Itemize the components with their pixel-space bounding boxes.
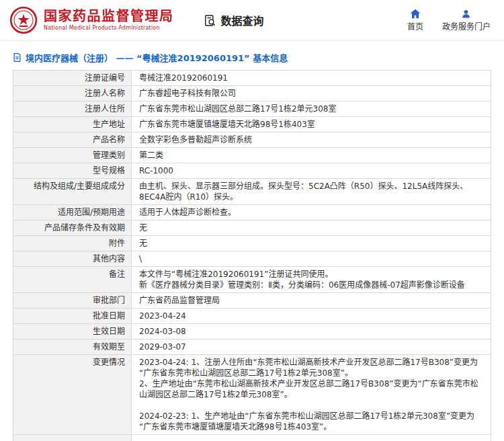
- field-label: 生效日期: [13, 324, 132, 339]
- field-value: 广东省药品监督管理局: [132, 293, 491, 308]
- row-expiry-date: 有效期至 2029-03-07: [13, 339, 491, 355]
- org-names: 国家药品监督管理局 National Medical Products Admi…: [44, 9, 174, 31]
- row-production-address: 生产地址 广东省东莞市塘厦镇塘厦墙天北路98号1栋403室: [13, 117, 491, 132]
- field-value: 适用于人体超声诊断检查。: [132, 205, 491, 220]
- field-value: 2029-03-07: [132, 339, 491, 354]
- row-cert-number: 注册证编号 粤械注准20192060191: [13, 71, 491, 86]
- row-storage-conditions: 产品储存条件及有效期 无: [13, 220, 491, 236]
- top-nav: 首页 政务服务门户: [407, 9, 491, 32]
- field-value: \: [132, 251, 491, 266]
- field-label: 产品储存条件及有效期: [13, 220, 132, 235]
- field-label: 有效期至: [13, 339, 132, 354]
- field-label: 审批部门: [13, 293, 132, 308]
- row-change-history: 变更情况 2023-04-24: 1、注册人住所由“东莞市松山湖高新技术产业开发…: [13, 355, 491, 435]
- field-value: 广东省东莞市塘厦镇塘厦墙天北路98号1栋403室: [132, 117, 491, 132]
- nav-portal[interactable]: 政务服务门户: [442, 9, 491, 32]
- row-approval-date: 批准日期 2023-04-24: [13, 309, 491, 324]
- field-value: 详情: [132, 435, 491, 441]
- row-intended-use: 适用范围/预期用途 适用于人体超声诊断检查。: [13, 205, 491, 220]
- field-value: 广东省东莞市松山湖园区总部二路17号1栋2单元308室: [132, 102, 491, 116]
- field-value: 由主机、探头、显示器三部分组成。探头型号：5C2A凸阵（R50）探头、12L5A…: [132, 179, 491, 204]
- national-emblem-icon: [9, 6, 38, 34]
- row-remark: 备注 本文件与“粤械注准20192060191”注册证共同使用。 新《医疗器械分…: [13, 267, 491, 293]
- document-icon: [13, 52, 22, 63]
- field-label: 注册人名称: [13, 86, 132, 101]
- nav-portal-label: 政务服务门户: [442, 20, 491, 32]
- nav-home-label: 首页: [407, 20, 423, 32]
- field-label: 变更情况: [13, 355, 132, 434]
- data-query-label: 数据查询: [221, 12, 264, 28]
- home-icon: [410, 9, 421, 19]
- nav-home[interactable]: 首页: [407, 9, 423, 32]
- org-name-cn: 国家药品监督管理局: [44, 9, 174, 25]
- org-name-en: National Medical Products Administration: [44, 25, 174, 31]
- page-title-text: 境内医疗器械（注册） —— “粤械注准20192060191” 基本信息: [26, 51, 288, 64]
- field-label: 注册证编号: [13, 71, 132, 85]
- field-value: 全数字彩色多普勒超声诊断系统: [132, 132, 491, 147]
- field-value: 粤械注准20192060191: [132, 71, 491, 85]
- data-query-tab[interactable]: 数据查询: [204, 12, 264, 28]
- page-title: 境内医疗器械（注册） —— “粤械注准20192060191” 基本信息: [13, 51, 491, 64]
- row-note: 注 详情: [13, 435, 491, 441]
- field-value: 本文件与“粤械注准20192060191”注册证共同使用。 新《医疗器械分类目录…: [132, 267, 491, 292]
- field-value: 2024-03-08: [132, 324, 491, 339]
- field-label: 生产地址: [13, 117, 132, 132]
- page: 国家药品监督管理局 National Medical Products Admi…: [0, 0, 504, 441]
- field-label: 其他内容: [13, 251, 132, 266]
- field-value: 2023-04-24: [132, 309, 491, 323]
- content: 境内医疗器械（注册） —— “粤械注准20192060191” 基本信息 注册证…: [0, 51, 504, 441]
- field-value: 无: [132, 220, 491, 235]
- user-icon: [461, 9, 471, 19]
- field-label: 适用范围/预期用途: [13, 205, 132, 220]
- row-structure-composition: 结构及组成/主要组成成分 由主机、探头、显示器三部分组成。探头型号：5C2A凸阵…: [13, 179, 491, 205]
- nmpa-logo[interactable]: 国家药品监督管理局 National Medical Products Admi…: [9, 6, 174, 34]
- row-attachment: 附件 无: [13, 236, 491, 251]
- field-label: 注册人住所: [13, 102, 132, 116]
- field-value: 2023-04-24: 1、注册人住所由“东莞市松山湖高新技术产业开发区总部二路…: [132, 355, 491, 434]
- field-label: 产品名称: [13, 132, 132, 147]
- row-model-spec: 型号规格 RC-1000: [13, 163, 491, 179]
- field-label: 批准日期: [13, 309, 132, 323]
- row-product-name: 产品名称 全数字彩色多普勒超声诊断系统: [13, 132, 491, 148]
- field-label: 结构及组成/主要组成成分: [13, 179, 132, 204]
- app-header: 国家药品监督管理局 National Medical Products Admi…: [0, 0, 504, 41]
- row-other-content: 其他内容 \: [13, 251, 491, 267]
- field-value: RC-1000: [132, 163, 491, 178]
- field-value: 无: [132, 236, 491, 251]
- field-label: 型号规格: [13, 163, 132, 178]
- row-management-class: 管理类别 第二类: [13, 148, 491, 163]
- field-value: 广东睿超电子科技有限公司: [132, 86, 491, 101]
- info-table: 注册证编号 粤械注准20192060191 注册人名称 广东睿超电子科技有限公司…: [13, 70, 491, 441]
- row-approval-department: 审批部门 广东省药品监督管理局: [13, 293, 491, 309]
- field-label: 附件: [13, 236, 132, 251]
- field-label: 注: [13, 435, 132, 441]
- row-registrant-address: 注册人住所 广东省东莞市松山湖园区总部二路17号1栋2单元308室: [13, 102, 491, 117]
- field-label: 备注: [13, 267, 132, 292]
- field-value: 第二类: [132, 148, 491, 163]
- data-query-icon: [204, 14, 216, 27]
- row-registrant-name: 注册人名称 广东睿超电子科技有限公司: [13, 86, 491, 102]
- row-effective-date: 生效日期 2024-03-08: [13, 324, 491, 339]
- field-label: 管理类别: [13, 148, 132, 163]
